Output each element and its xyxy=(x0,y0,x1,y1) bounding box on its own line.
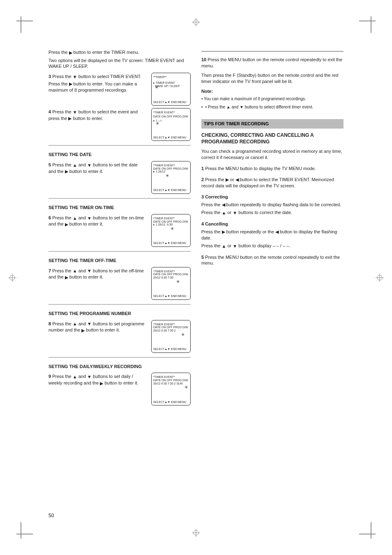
up-triangle-icon: ▲ xyxy=(226,104,231,110)
down-triangle-icon: ▼ xyxy=(73,109,77,115)
text: and xyxy=(78,321,87,326)
crop-mark xyxy=(355,16,376,37)
text: Press the xyxy=(48,81,69,86)
step-9: 9 Press the ▲ and ▼ buttons to set daily… xyxy=(48,373,191,405)
text: and xyxy=(78,374,87,379)
sun-icon: ✳ xyxy=(181,332,184,338)
right-triangle-icon: ▶ xyxy=(69,50,72,56)
step-number: 4 Cancelling xyxy=(201,221,228,226)
crop-mark xyxy=(16,16,37,37)
step-number: 8 xyxy=(48,321,51,326)
text: Press the xyxy=(52,109,73,114)
step-10: 10 Press the MENU button on the remote c… xyxy=(201,57,344,69)
shot-cols: DATE ON OFF PROG D/W xyxy=(153,326,189,329)
up-triangle-icon: ▲ xyxy=(73,215,77,221)
shot-title: **TIMER** xyxy=(153,76,189,79)
shot-cols: DATE ON OFF PROG D/W xyxy=(153,220,189,223)
tips-banner: TIPS FOR TIMER RECORDING xyxy=(201,119,344,129)
text: Then press the F (Standby) button on the… xyxy=(201,72,344,85)
shot-cols: DATE ON OFF PROG D/W xyxy=(153,167,189,170)
text: Press the ▲ or ▼ buttons to correct the … xyxy=(201,210,344,216)
shot-hint: SELECT▲▼ END:MENU xyxy=(153,348,186,351)
section-heading: SETTING THE PROGRAMME NUMBER xyxy=(48,311,191,317)
right-triangle-icon: ▶ xyxy=(222,229,225,235)
shot-title: *TIMER EVENT* xyxy=(153,270,189,273)
text: and xyxy=(78,268,87,273)
text: button to enter. xyxy=(73,116,103,121)
step-number: 1 xyxy=(201,166,204,171)
text: Press the xyxy=(52,268,73,273)
shot-hint: SELECT▲▼ END:MENU xyxy=(153,242,186,245)
text: and xyxy=(78,162,87,167)
bullet-icon: • xyxy=(201,104,203,110)
down-triangle-icon: ▼ xyxy=(87,162,92,168)
note-item: • • Press the ▲ and ▼ buttons to select … xyxy=(201,104,344,110)
step-number: 3 Correcting xyxy=(201,194,228,199)
text: Press the xyxy=(52,215,73,220)
intro-line: Two options will be displayed on the TV … xyxy=(48,58,191,70)
left-column: Press the ▶ button to enter the TIMER me… xyxy=(48,48,191,507)
text: buttons to select different timer event. xyxy=(245,105,314,109)
note-item: • You can make a maximum of 8 programmed… xyxy=(201,96,344,102)
shot-cols: DATE ON OFF PROG D/W xyxy=(153,115,189,118)
text: Press the ◀ button repeatedly to display… xyxy=(201,202,344,208)
screen-illustration: *TIMER EVENT* DATE ON OFF PROG D/W 26/12… xyxy=(151,373,191,405)
screen-illustration: *TIMER EVENT* DATE ON OFF PROG D/W ▸ 1 -… xyxy=(151,108,191,141)
text: and xyxy=(78,215,87,220)
shot-row: ▸ 1 26/12 xyxy=(153,170,189,173)
tip-step-3: 3 Correcting xyxy=(201,194,344,200)
tip-step-5: 5 Press the MENU button on the remote co… xyxy=(201,254,344,267)
registration-mark-icon xyxy=(8,274,16,282)
down-triangle-icon: ▼ xyxy=(87,374,92,380)
right-triangle-icon: ▶ xyxy=(65,221,68,228)
text: Press the xyxy=(52,321,73,326)
val: 26/12 xyxy=(158,170,166,173)
section-heading: SETTING THE TIMER ON-TIME xyxy=(48,205,191,211)
step-number: 6 xyxy=(48,215,51,220)
section-heading: SETTING THE DATE xyxy=(48,152,191,158)
sun-icon: ✳ xyxy=(166,173,168,179)
sun-icon: ✳ xyxy=(176,279,179,285)
shot-cols: DATE ON OFF PROG D/W xyxy=(153,379,189,382)
left-triangle-icon: ◀ xyxy=(235,177,239,183)
right-triangle-icon: ▶ xyxy=(81,327,85,334)
step-7: 7 Press the ▲ and ▼ buttons to set the o… xyxy=(48,267,191,300)
down-triangle-icon: ▼ xyxy=(87,215,92,221)
shot-hint: SELECT▲▼ END:MENU xyxy=(153,295,186,298)
step-number: 9 xyxy=(48,374,51,379)
down-triangle-icon: ▼ xyxy=(233,243,237,249)
text: Press the xyxy=(201,243,222,248)
left-triangle-icon: ◀ xyxy=(222,202,225,208)
registration-mark-icon xyxy=(192,529,200,537)
screen-illustration: *TIMER EVENT* DATE ON OFF PROG D/W 26/12… xyxy=(151,320,191,353)
shot-hint: SELECT▲▼ END:MENU xyxy=(153,189,186,192)
registration-mark-icon xyxy=(192,18,200,26)
up-triangle-icon: ▲ xyxy=(73,162,77,168)
tip-step-2: 2 Press the ▶ or ◀ button to select the … xyxy=(201,177,344,189)
shot-list: ▸ TIMER EVENT WAKE UP / SLEEP xyxy=(153,81,189,88)
step-number: 5 xyxy=(201,255,204,260)
screen-illustration: *TIMER EVENT* DATE ON OFF PROG D/W 26/12… xyxy=(151,267,191,300)
text: button to enter it. xyxy=(86,327,120,332)
registration-mark-icon xyxy=(376,274,384,282)
text: Press the xyxy=(52,162,73,167)
divider xyxy=(48,357,191,358)
note-heading: Note: xyxy=(201,88,344,94)
shot-hint: SELECT▲▼ END:MENU xyxy=(153,401,186,404)
text: button to enter it. xyxy=(69,169,104,174)
shot-title: *TIMER EVENT* xyxy=(153,375,189,379)
step-number: 10 xyxy=(201,57,206,62)
section-heading: SETTING THE DAILY/WEEKLY RECORDING xyxy=(48,364,191,370)
text: or xyxy=(230,177,235,182)
up-triangle-icon: ▲ xyxy=(222,243,226,249)
crop-mark xyxy=(355,518,376,539)
shot-title: *TIMER EVENT* xyxy=(153,217,189,220)
shot-hint: SELECT▲▼ END:MENU xyxy=(153,101,186,104)
text: button to enter it. xyxy=(69,221,104,226)
step-number: 7 xyxy=(48,268,51,273)
sun-icon: ✳ xyxy=(171,226,173,232)
text: Press the xyxy=(48,50,69,55)
right-triangle-icon: ▶ xyxy=(68,115,71,122)
down-triangle-icon: ▼ xyxy=(87,321,92,327)
text: Press the xyxy=(52,74,73,79)
